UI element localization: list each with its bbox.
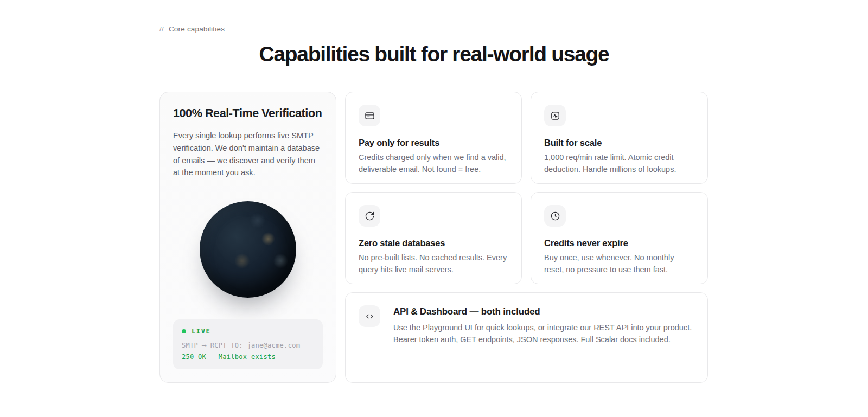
activity-chart-icon xyxy=(544,105,566,126)
wide-card-text: API & Dashboard — both included Use the … xyxy=(393,305,694,346)
hero-card-title: 100% Real-Time Verification xyxy=(173,107,323,120)
capabilities-grid: 100% Real-Time Verification Every single… xyxy=(159,92,709,383)
breadcrumb-label: Core capabilities xyxy=(169,25,225,33)
feature-description: No pre-built lists. No cached results. E… xyxy=(359,252,508,276)
feature-title: Credits never expire xyxy=(544,238,694,248)
feature-description: Credits charged only when we find a vali… xyxy=(359,152,508,176)
hero-card-description: Every single lookup performs live SMTP v… xyxy=(173,130,323,179)
smtp-response-line: 250 OK — Mailbox exists xyxy=(182,353,314,361)
feature-card-zero-stale-databases: Zero stale databases No pre-built lists.… xyxy=(345,192,522,284)
credit-card-icon xyxy=(359,105,380,126)
breadcrumb-slashes: // xyxy=(159,25,164,33)
wide-card-api-dashboard: API & Dashboard — both included Use the … xyxy=(345,292,708,383)
feature-title: Zero stale databases xyxy=(359,238,508,248)
earth-image-wrap xyxy=(173,179,323,319)
clock-icon xyxy=(544,205,566,227)
wide-card-title: API & Dashboard — both included xyxy=(393,306,694,317)
feature-title: Built for scale xyxy=(544,138,694,148)
breadcrumb: // Core capabilities xyxy=(159,25,709,33)
smtp-request-line: SMTP ⟶ RCPT TO: jane@acme.com xyxy=(182,342,314,349)
live-status-label: LIVE xyxy=(192,328,210,335)
feature-card-built-for-scale: Built for scale 1,000 req/min rate limit… xyxy=(531,92,708,184)
hero-card-realtime-verification: 100% Real-Time Verification Every single… xyxy=(159,92,336,383)
live-status-badge: LIVE xyxy=(182,328,314,335)
feature-description: Buy once, use whenever. No monthly reset… xyxy=(544,252,694,276)
smtp-terminal: LIVE SMTP ⟶ RCPT TO: jane@acme.com 250 O… xyxy=(173,319,323,369)
feature-title: Pay only for results xyxy=(359,138,508,148)
earth-globe-image xyxy=(200,201,296,298)
feature-card-credits-never-expire: Credits never expire Buy once, use whene… xyxy=(531,192,708,284)
wide-card-description: Use the Playground UI for quick lookups,… xyxy=(393,322,694,346)
page-title: Capabilities built for real-world usage xyxy=(159,42,709,66)
feature-card-pay-only-for-results: Pay only for results Credits charged onl… xyxy=(345,92,522,184)
live-dot-icon xyxy=(182,329,186,333)
code-icon xyxy=(359,305,380,327)
capabilities-section: // Core capabilities Capabilities built … xyxy=(159,0,709,383)
refresh-icon xyxy=(359,205,380,227)
feature-description: 1,000 req/min rate limit. Atomic credit … xyxy=(544,152,694,176)
